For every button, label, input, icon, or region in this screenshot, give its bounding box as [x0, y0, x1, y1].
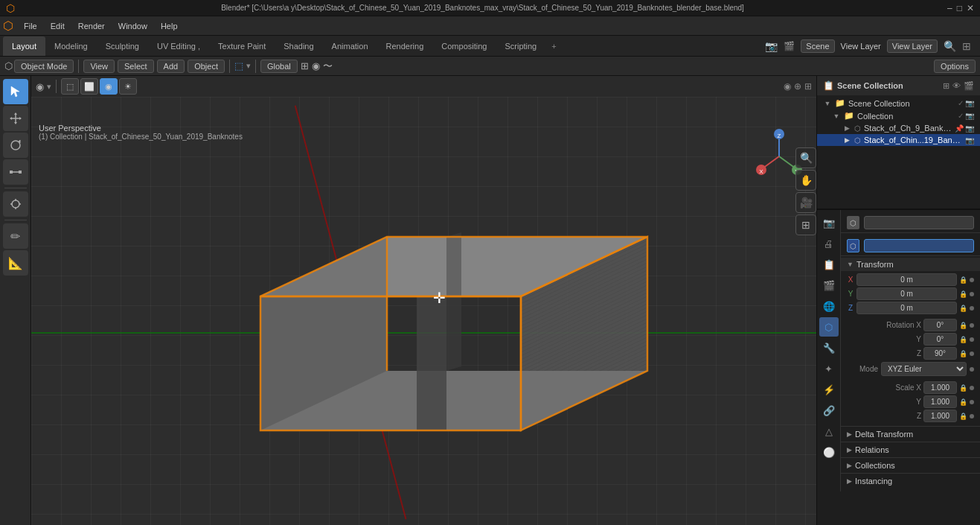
- rot-y-lock-icon[interactable]: 🔒: [959, 336, 967, 343]
- scene-props-icon[interactable]: 🎬: [819, 276, 839, 295]
- relations-header[interactable]: ▶ Relations: [841, 442, 980, 457]
- mode-select[interactable]: XYZ Euler: [881, 362, 967, 376]
- tree-scene-collection[interactable]: ▼ 📁 Scene Collection ✓ 📷: [817, 97, 980, 109]
- menu-window[interactable]: Window: [112, 20, 153, 32]
- tree-expand-collection[interactable]: ▼: [832, 112, 841, 120]
- menu-edit[interactable]: Edit: [45, 20, 71, 32]
- menu-file[interactable]: File: [18, 20, 43, 32]
- loc-z-value[interactable]: 0 m: [856, 302, 957, 314]
- tab-sculpting[interactable]: Sculpting: [97, 36, 148, 56]
- overlay-icon[interactable]: ◉: [784, 81, 791, 92]
- scale-y-dot[interactable]: [970, 400, 974, 404]
- camera-btn[interactable]: 🎥: [795, 192, 816, 213]
- scale-x-dot[interactable]: [970, 386, 974, 390]
- rot-x-lock-icon[interactable]: 🔒: [959, 322, 967, 329]
- particles-props-icon[interactable]: ✦: [819, 359, 839, 378]
- curve-icon[interactable]: 〜: [323, 60, 333, 73]
- outliner-filter-icon[interactable]: ⊞: [943, 81, 949, 91]
- instancing-header[interactable]: ▶ Instancing: [841, 474, 980, 489]
- viewport-options-arrow[interactable]: ▾: [47, 82, 51, 92]
- output-props-icon[interactable]: 🖨: [819, 234, 839, 253]
- rot-y-dot[interactable]: [970, 337, 974, 342]
- material-props-icon[interactable]: ⚪: [819, 442, 839, 462]
- transform-header[interactable]: ▼ Transform: [841, 258, 980, 271]
- rot-z-lock-icon[interactable]: 🔒: [959, 350, 967, 357]
- tab-scripting[interactable]: Scripting: [496, 36, 545, 56]
- loc-x-value[interactable]: 0 m: [856, 273, 957, 286]
- transform-tool-btn[interactable]: [3, 191, 28, 217]
- menu-render[interactable]: Render: [72, 20, 111, 32]
- close-btn[interactable]: ✕: [967, 3, 974, 13]
- obj-name-input[interactable]: Stack_of_Ch_9_Banknote: [864, 216, 974, 229]
- loc-y-lock-icon[interactable]: 🔒: [959, 290, 967, 298]
- collections-header[interactable]: ▶ Collections: [841, 458, 980, 473]
- filter-icon[interactable]: ⊞: [962, 40, 971, 52]
- tab-uv-editing[interactable]: UV Editing ,: [148, 36, 209, 56]
- mode-dot[interactable]: [970, 367, 974, 372]
- tree-collection[interactable]: ▼ 📁 Collection ✓ 📷: [817, 109, 980, 122]
- move-tool-btn[interactable]: [3, 106, 28, 131]
- minimize-btn[interactable]: –: [947, 3, 952, 13]
- tab-shading[interactable]: Shading: [275, 36, 322, 56]
- loc-y-dot[interactable]: [970, 292, 974, 296]
- tree-expand-scene[interactable]: ▼: [823, 100, 832, 107]
- obj-name-input2[interactable]: Stack_of_Chin...19_Banknotes: [864, 239, 974, 252]
- tab-compositing[interactable]: Compositing: [432, 36, 496, 56]
- world-props-icon[interactable]: 🌐: [819, 296, 839, 316]
- view-layer-select[interactable]: View Layer: [887, 39, 938, 53]
- collection-render-icon[interactable]: 📷: [965, 112, 974, 120]
- item1-pin-icon[interactable]: 📌: [955, 124, 964, 133]
- loc-z-dot[interactable]: [970, 306, 974, 311]
- view-menu-btn[interactable]: View: [83, 60, 115, 73]
- data-props-icon[interactable]: △: [819, 421, 839, 441]
- render-props-icon[interactable]: 📷: [819, 213, 839, 232]
- snap-vp-icon[interactable]: ⊞: [804, 81, 812, 92]
- loc-y-value[interactable]: 0 m: [856, 287, 957, 300]
- tab-modeling[interactable]: Modeling: [45, 36, 97, 56]
- window-controls[interactable]: – □ ✕: [947, 3, 974, 13]
- delta-transform-header[interactable]: ▶ Delta Transform: [841, 427, 980, 442]
- proportional-icon[interactable]: ◉: [312, 60, 320, 71]
- rot-y-value[interactable]: 0°: [923, 333, 957, 346]
- modifier-props-icon[interactable]: 🔧: [819, 338, 839, 357]
- scale-x-value[interactable]: 1.000: [923, 381, 957, 394]
- scene-restrict-view-icon[interactable]: ✓: [958, 99, 964, 107]
- loc-x-dot[interactable]: [970, 278, 974, 282]
- zoom-to-region-btn[interactable]: 🔍: [795, 147, 816, 168]
- constraints-props-icon[interactable]: 🔗: [819, 401, 839, 420]
- viewport-shading-icon[interactable]: ◉: [36, 81, 44, 92]
- tree-expand-item1[interactable]: ▶: [842, 124, 851, 132]
- collection-view-icon[interactable]: ✓: [958, 112, 964, 120]
- outliner-eye2-icon[interactable]: 🎬: [964, 81, 974, 91]
- physics-props-icon[interactable]: ⚡: [819, 380, 839, 399]
- viewport[interactable]: ◉ ▾ ⬚ ⬜ ◉ ☀ ◉ ⊕ ⊞: [31, 76, 816, 525]
- tree-expand-item2[interactable]: ▶: [842, 136, 851, 144]
- tab-animation[interactable]: Animation: [323, 36, 377, 56]
- gizmo-icon[interactable]: ⊕: [794, 81, 801, 92]
- material-btn[interactable]: ◉: [100, 78, 118, 95]
- rendered-btn[interactable]: ☀: [119, 78, 137, 95]
- rot-x-dot[interactable]: [970, 323, 974, 328]
- select-menu-btn[interactable]: Select: [118, 60, 154, 73]
- annotate-tool-btn[interactable]: ✏: [3, 223, 28, 249]
- outliner-eye-icon[interactable]: 👁: [952, 81, 961, 91]
- scene-render-icon[interactable]: 📷: [965, 99, 974, 107]
- add-menu-btn[interactable]: Add: [157, 60, 185, 73]
- menu-help[interactable]: Help: [155, 20, 184, 32]
- orthographic-btn[interactable]: ⊞: [795, 214, 816, 235]
- scale-y-value[interactable]: 1.000: [923, 395, 957, 408]
- view-layer-props-icon[interactable]: 📋: [819, 255, 839, 274]
- select-box-icon[interactable]: ⬚: [234, 60, 243, 71]
- scale-z-lock-icon[interactable]: 🔒: [959, 413, 967, 420]
- loc-z-lock-icon[interactable]: 🔒: [959, 305, 967, 312]
- rot-z-dot[interactable]: [970, 351, 974, 356]
- dolly-btn[interactable]: ✋: [795, 170, 816, 191]
- snap-icon[interactable]: ⊞: [301, 60, 309, 71]
- object-menu-btn[interactable]: Object: [188, 60, 225, 73]
- tab-layout[interactable]: Layout: [3, 36, 45, 56]
- scene-select[interactable]: Scene: [801, 39, 834, 53]
- wireframe-btn[interactable]: ⬚: [61, 78, 79, 95]
- rot-x-value[interactable]: 0°: [923, 319, 957, 331]
- measure-tool-btn[interactable]: 📐: [3, 250, 28, 276]
- loc-x-lock-icon[interactable]: 🔒: [959, 276, 967, 284]
